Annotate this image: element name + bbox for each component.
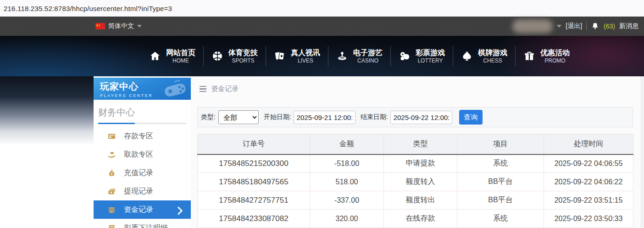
funds-records-table: 订单号 金额 类型 项目 处理时间 1758485215200300 -518.… xyxy=(197,134,633,228)
nav-item-lives[interactable]: 真人视讯LIVES xyxy=(266,48,328,64)
main-content: 资金记录 类型: 全部 开始日期: 结束日期: 查询 订单号 xyxy=(191,76,644,228)
username-blurred[interactable] xyxy=(512,19,553,33)
screen: 216.118.235.52:8783/hhcp/usercenter.html… xyxy=(0,0,644,228)
main-nav: 网站首页HOME 体育竞技SPORTS 真人视讯LIVES xyxy=(0,36,644,76)
lottery-balls-icon xyxy=(399,50,411,62)
browser-url[interactable]: 216.118.235.52:8783/hhcp/usercenter.html… xyxy=(4,5,172,12)
nav-label-en: HOME xyxy=(172,57,189,64)
table-row: 1758484272757751 -337.00 额度转出 BB平台 2025-… xyxy=(198,191,633,210)
cell-amount: -518.00 xyxy=(310,154,384,173)
col-header-order-no: 订单号 xyxy=(198,134,310,154)
message-count: (63) xyxy=(604,23,615,30)
nav-label-zh: 网站首页 xyxy=(166,48,195,57)
sidebar-item-label: 资金记录 xyxy=(124,205,153,215)
sidebar-item-label: 取款专区 xyxy=(124,150,153,160)
nav-label-en: CASINO xyxy=(357,57,378,64)
col-header-time: 处理时间 xyxy=(544,134,633,154)
nav-label-en: CHESS xyxy=(483,57,502,64)
nav-item-chess[interactable]: 棋牌游戏CHESS xyxy=(453,48,515,64)
cell-project: 系统 xyxy=(457,210,544,228)
cell-order-no: 1758484272757751 xyxy=(198,191,310,210)
cash-cards-icon xyxy=(107,187,116,196)
language-label: 简体中文 xyxy=(108,22,134,30)
sidebar: 玩家中心 PLAYERS CENTER 财务中心 xyxy=(94,78,191,228)
cell-order-no: 1758485180497565 xyxy=(198,173,310,191)
nav-label-en: LIVES xyxy=(298,57,313,64)
nav-item-home[interactable]: 网站首页HOME xyxy=(141,48,203,64)
china-flag-icon xyxy=(95,23,105,29)
top-bar-right: [退出] (63) 新消息 xyxy=(512,17,638,36)
sidebar-section-title: 财务中心 xyxy=(94,100,191,123)
sidebar-item-funds-records[interactable]: 资金记录 xyxy=(94,200,191,219)
bell-icon[interactable] xyxy=(591,22,600,31)
scrollbar[interactable] xyxy=(641,76,644,228)
language-selector[interactable]: 简体中文 xyxy=(95,17,142,36)
nav-item-casino[interactable]: 电子游艺CASINO xyxy=(328,48,390,64)
nav-label-en: LOTTERY xyxy=(417,57,443,64)
nav-label-zh: 电子游艺 xyxy=(353,48,383,57)
hand-coin-icon xyxy=(107,150,116,159)
banknotes-icon xyxy=(107,205,116,214)
chevron-right-icon xyxy=(176,206,184,215)
cell-project: 系统 xyxy=(457,154,544,173)
cell-time: 2025-09-22 03:50:33 xyxy=(544,210,633,228)
type-select[interactable]: 全部 xyxy=(218,110,259,124)
sidebar-section-underline xyxy=(98,123,186,124)
menu-icon xyxy=(200,86,206,92)
sidebar-item-label: 彩票下注明细 xyxy=(124,223,168,228)
end-date-input[interactable] xyxy=(390,111,452,124)
col-header-project: 项目 xyxy=(457,134,544,154)
basketball-icon xyxy=(211,50,223,62)
sidebar-item-withdrawal-records[interactable]: 提现记录 xyxy=(94,182,191,200)
top-bar: 简体中文 [退出] (63) 新消息 xyxy=(0,17,644,36)
breadcrumb-label: 资金记录 xyxy=(211,85,239,93)
cell-type: 申请提款 xyxy=(384,154,457,173)
start-date-input[interactable] xyxy=(294,111,355,124)
col-header-amount: 金额 xyxy=(310,134,384,154)
nav-label-zh: 棋牌游戏 xyxy=(478,48,507,57)
browser-url-bar[interactable]: 216.118.235.52:8783/hhcp/usercenter.html… xyxy=(0,0,644,17)
cell-type: 额度转出 xyxy=(384,191,457,210)
home-icon xyxy=(149,50,161,62)
start-date-label: 开始日期: xyxy=(264,113,291,121)
filter-bar: 类型: 全部 开始日期: 结束日期: 查询 xyxy=(197,107,633,127)
nav-item-lottery[interactable]: 彩票游戏LOTTERY xyxy=(391,48,453,64)
table-row: 1758485180497565 518.00 额度转入 BB平台 2025-0… xyxy=(198,173,633,191)
cell-time: 2025-09-22 03:51:15 xyxy=(544,191,633,210)
nav-label-zh: 体育竞技 xyxy=(228,48,258,57)
end-date-label: 结束日期: xyxy=(361,113,388,121)
cell-time: 2025-09-22 04:06:55 xyxy=(544,154,633,173)
sidebar-body: 财务中心 存款专区 xyxy=(94,100,191,228)
spade-icon xyxy=(461,50,473,62)
cell-time: 2025-09-22 04:06:22 xyxy=(544,173,633,191)
sidebar-menu: 存款专区 取款专区 xyxy=(94,127,191,228)
gift-icon xyxy=(523,50,535,62)
logout-link[interactable]: [退出] xyxy=(566,22,582,30)
cell-amount: 320.00 xyxy=(310,210,384,228)
nav-item-sports[interactable]: 体育竞技SPORTS xyxy=(204,48,266,64)
sidebar-item-label: 提现记录 xyxy=(124,187,153,196)
sidebar-item-deposit-zone[interactable]: 存款专区 xyxy=(94,127,191,145)
sidebar-item-withdraw-zone[interactable]: 取款专区 xyxy=(94,145,191,164)
table-row: 1758484233087082 320.00 在线存款 系统 2025-09-… xyxy=(198,210,633,228)
nav-label-en: SPORTS xyxy=(232,57,254,64)
cell-type: 额度转入 xyxy=(384,173,457,191)
cards-icon xyxy=(274,50,286,62)
deposit-card-icon xyxy=(107,132,116,141)
nav-label-en: PROMO xyxy=(544,57,565,64)
cell-amount: -337.00 xyxy=(310,191,384,210)
sidebar-item-label: 充值记录 xyxy=(124,168,153,178)
sidebar-item-recharge-records[interactable]: 充值记录 xyxy=(94,164,191,182)
sidebar-header: 玩家中心 PLAYERS CENTER xyxy=(94,78,191,100)
search-button[interactable]: 查询 xyxy=(459,110,483,125)
sidebar-item-lottery-bet-details[interactable]: 彩票下注明细 xyxy=(94,219,191,228)
nav-item-promo[interactable]: 优惠活动PROMO xyxy=(516,48,577,64)
cell-project: BB平台 xyxy=(457,191,544,210)
user-caret-down-icon[interactable] xyxy=(557,25,561,28)
caret-down-icon xyxy=(137,25,142,28)
new-messages-link[interactable]: 新消息 xyxy=(619,22,638,30)
cell-order-no: 1758485215200300 xyxy=(198,154,310,173)
document-icon xyxy=(107,224,116,228)
cell-order-no: 1758484233087082 xyxy=(198,210,310,228)
money-bag-icon xyxy=(107,169,116,177)
